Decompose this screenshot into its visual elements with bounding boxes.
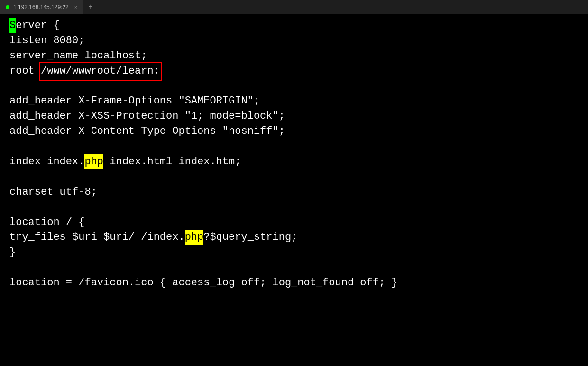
code-line: location / { bbox=[0, 215, 588, 230]
tab-label: 1 192.168.145.129:22 bbox=[13, 4, 69, 10]
code-line: listen 8080; bbox=[0, 33, 588, 48]
code-display: Server { listen 8080; server_name localh… bbox=[0, 14, 588, 366]
cursor: S bbox=[9, 18, 16, 33]
root-path-highlight: /www/wwwroot/learn; bbox=[41, 64, 160, 79]
code-line bbox=[0, 79, 588, 94]
code-line: add_header X-Content-Type-Options "nosni… bbox=[0, 124, 588, 139]
code-line bbox=[0, 139, 588, 154]
code-line: Server { bbox=[0, 18, 588, 33]
code-line: location = /favicon.ico { access_log off… bbox=[0, 275, 588, 291]
code-line: server_name localhost; bbox=[0, 48, 588, 64]
terminal-tab[interactable]: 1 192.168.145.129:22 × bbox=[0, 0, 83, 14]
tab-close-button[interactable]: × bbox=[74, 4, 77, 10]
code-line: try_files $uri $uri/ /index.php?$query_s… bbox=[0, 230, 588, 245]
php-highlight: php bbox=[84, 154, 103, 169]
code-line: add_header X-XSS-Protection "1; mode=blo… bbox=[0, 109, 588, 124]
code-line: } bbox=[0, 245, 588, 260]
new-tab-button[interactable]: + bbox=[83, 0, 98, 14]
tab-status-indicator bbox=[6, 5, 9, 9]
code-line bbox=[0, 200, 588, 215]
code-line: charset utf-8; bbox=[0, 185, 588, 200]
code-line: index index.php index.html index.htm; bbox=[0, 154, 588, 169]
php-highlight: php bbox=[185, 230, 204, 245]
tab-bar: 1 192.168.145.129:22 × + bbox=[0, 0, 588, 14]
code-line: add_header X-Frame-Options "SAMEORIGIN"; bbox=[0, 94, 588, 109]
code-line bbox=[0, 169, 588, 185]
code-line: root /www/wwwroot/learn; bbox=[0, 64, 588, 79]
code-line bbox=[0, 260, 588, 275]
